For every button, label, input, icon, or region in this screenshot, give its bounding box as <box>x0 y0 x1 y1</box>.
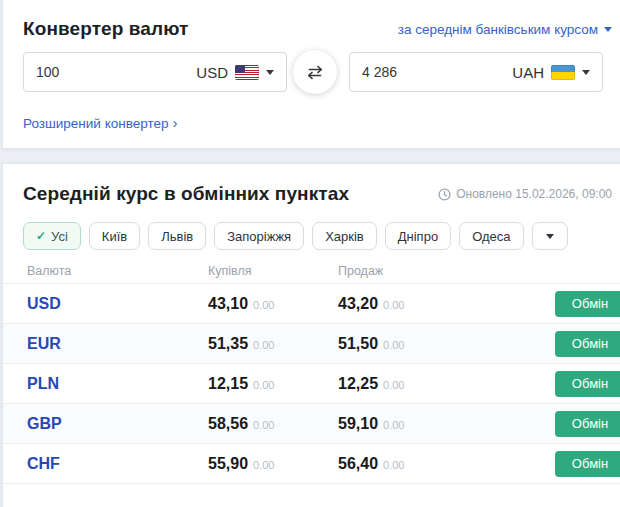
us-flag-icon <box>235 65 259 80</box>
sell-rate-change: 0.00 <box>383 299 404 311</box>
currency-code-link[interactable]: EUR <box>27 335 61 352</box>
exchange-rates-card: Середній курс в обмінних пунктах Оновлен… <box>2 163 620 507</box>
chip-label: Одеса <box>472 229 510 244</box>
caret-down-icon <box>604 27 612 32</box>
city-filter-row: ✓ Усі Київ Львів Запоріжжя Харків Дніпро… <box>23 222 612 250</box>
buy-rate-value: 58,56 <box>208 415 248 432</box>
chip-label: Харків <box>325 229 364 244</box>
caret-down-icon <box>546 234 554 239</box>
sell-rate-change: 0.00 <box>383 419 404 431</box>
table-header-row: Валюта Купівля Продаж <box>3 259 620 284</box>
chevron-right-icon: › <box>172 114 177 131</box>
more-cities-chip[interactable] <box>532 222 568 250</box>
rate-table-row: CHF 55,900.00 56,400.00 Обмін <box>3 444 620 484</box>
chip-label: Львів <box>161 229 193 244</box>
exchange-button[interactable]: Обмін <box>555 371 620 397</box>
city-chip[interactable]: Дніпро <box>385 222 451 250</box>
column-header-sell: Продаж <box>338 264 468 278</box>
advanced-converter-link[interactable]: Розширений конвертер› <box>23 114 177 131</box>
sell-rate-change: 0.00 <box>383 379 404 391</box>
chip-label: Усі <box>51 229 68 244</box>
buy-rate-change: 0.00 <box>253 379 274 391</box>
sell-rate-value: 43,20 <box>338 295 378 312</box>
rates-title: Середній курс в обмінних пунктах <box>23 183 349 205</box>
sell-rate-value: 59,10 <box>338 415 378 432</box>
buy-rate-change: 0.00 <box>253 299 274 311</box>
check-icon: ✓ <box>36 229 46 243</box>
city-chip[interactable]: Запоріжжя <box>214 222 304 250</box>
column-header-currency: Валюта <box>27 264 208 278</box>
rate-mode-label: за середнім банківським курсом <box>398 22 598 37</box>
from-currency-code: USD <box>196 64 228 81</box>
sell-rate-value: 56,40 <box>338 455 378 472</box>
currency-code-link[interactable]: PLN <box>27 375 59 392</box>
exchange-button[interactable]: Обмін <box>555 291 620 317</box>
sell-rate-change: 0.00 <box>383 339 404 351</box>
caret-down-icon <box>582 70 590 75</box>
to-currency-select[interactable]: UAH <box>512 64 590 81</box>
buy-rate-value: 12,15 <box>208 375 248 392</box>
from-amount-input[interactable] <box>36 64 146 80</box>
from-currency-box: USD <box>23 52 287 92</box>
buy-rate-value: 43,10 <box>208 295 248 312</box>
rate-table-row: PLN 12,150.00 12,250.00 Обмін <box>3 364 620 404</box>
advanced-converter-label: Розширений конвертер <box>23 116 168 131</box>
currency-code-link[interactable]: GBP <box>27 415 62 432</box>
from-currency-select[interactable]: USD <box>196 64 274 81</box>
sell-rate-value: 12,25 <box>338 375 378 392</box>
clock-icon <box>438 188 451 201</box>
swap-icon <box>304 64 326 81</box>
converter-title: Конвертер валют <box>23 18 188 40</box>
city-chip[interactable]: Одеса <box>459 222 523 250</box>
ua-flag-icon <box>551 65 575 80</box>
sell-rate-change: 0.00 <box>383 459 404 471</box>
column-header-buy: Купівля <box>208 264 338 278</box>
rates-table-body: USD 43,100.00 43,200.00 Обмін EUR 51,350… <box>3 284 620 484</box>
caret-down-icon <box>266 70 274 75</box>
city-chip[interactable]: Київ <box>89 222 140 250</box>
buy-rate-change: 0.00 <box>253 459 274 471</box>
updated-timestamp: Оновлено 15.02.2026, 09:00 <box>438 187 612 201</box>
currency-code-link[interactable]: USD <box>27 295 61 312</box>
to-currency-code: UAH <box>512 64 544 81</box>
buy-rate-value: 51,35 <box>208 335 248 352</box>
chip-label: Дніпро <box>398 229 438 244</box>
rate-table-row: EUR 51,350.00 51,500.00 Обмін <box>3 324 620 364</box>
exchange-button[interactable]: Обмін <box>555 331 620 357</box>
chip-label: Запоріжжя <box>227 229 291 244</box>
chip-label: Київ <box>102 229 127 244</box>
rate-table-row: GBP 58,560.00 59,100.00 Обмін <box>3 404 620 444</box>
updated-text: Оновлено 15.02.2026, 09:00 <box>456 187 612 201</box>
sell-rate-value: 51,50 <box>338 335 378 352</box>
exchange-button[interactable]: Обмін <box>555 411 620 437</box>
swap-currencies-button[interactable] <box>293 50 337 94</box>
city-chip[interactable]: Львів <box>148 222 206 250</box>
to-currency-box: UAH <box>349 52 603 92</box>
rate-table-row: USD 43,100.00 43,200.00 Обмін <box>3 284 620 324</box>
converter-card: Конвертер валют за середнім банківським … <box>2 0 620 149</box>
city-chip[interactable]: Харків <box>312 222 377 250</box>
exchange-button[interactable]: Обмін <box>555 451 620 477</box>
buy-rate-change: 0.00 <box>253 419 274 431</box>
city-chip[interactable]: ✓ Усі <box>23 222 81 250</box>
currency-code-link[interactable]: CHF <box>27 455 60 472</box>
rate-mode-selector[interactable]: за середнім банківським курсом <box>398 22 612 37</box>
buy-rate-value: 55,90 <box>208 455 248 472</box>
buy-rate-change: 0.00 <box>253 339 274 351</box>
to-amount-input[interactable] <box>362 64 472 80</box>
